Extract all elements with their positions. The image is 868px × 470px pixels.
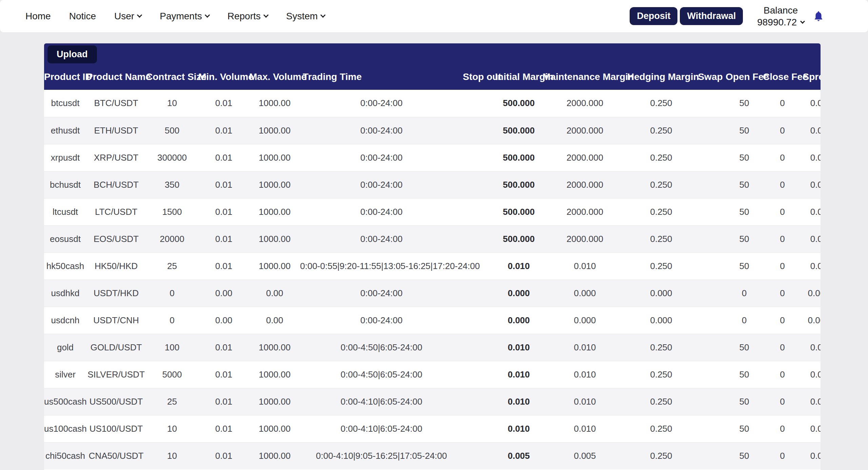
cell: 0.01: [198, 225, 249, 252]
cell: [463, 334, 495, 361]
cell: 0.01: [198, 361, 249, 388]
cell: 50: [726, 388, 763, 415]
balance-label: Balance: [764, 4, 798, 16]
cell: [463, 361, 495, 388]
cell: 0.250: [627, 442, 695, 469]
cell: [695, 198, 726, 225]
cell: GOLD/USDT: [86, 334, 146, 361]
cell: 0:00-24:00: [300, 144, 463, 171]
cell: US500/USDT: [86, 388, 146, 415]
cell: 0.005: [542, 442, 627, 469]
cell: 0:00-4:50|6:05-24:00: [300, 361, 463, 388]
cell: 1000.00: [249, 415, 300, 442]
cell: 1000.00: [249, 225, 300, 252]
cell: us100cash: [44, 415, 86, 442]
cell: 500.000: [495, 90, 542, 117]
cell: 0: [146, 280, 198, 307]
cell: 0:00-4:10|6:05-24:00: [300, 388, 463, 415]
cell: [695, 334, 726, 361]
cell: 2000.000: [542, 225, 627, 252]
cell: 0: [763, 90, 802, 117]
cell: LTC/USDT: [86, 198, 146, 225]
cell: US100/USDT: [86, 415, 146, 442]
table-row: chi50cashCNA50/USDT100.011000.000:00-4:1…: [44, 442, 821, 469]
cell: hk50cash: [44, 252, 86, 280]
balance-dropdown[interactable]: 98990.72: [757, 16, 804, 28]
cell: 0.01: [198, 252, 249, 280]
cell: 1000.00: [249, 171, 300, 198]
cell: 0: [763, 144, 802, 171]
cell: [463, 280, 495, 307]
cell: [695, 171, 726, 198]
cell: [695, 90, 726, 117]
cell: 0: [763, 361, 802, 388]
cell: 50: [726, 144, 763, 171]
nav-item-notice[interactable]: Notice: [69, 11, 96, 22]
nav-item-home[interactable]: Home: [25, 11, 51, 22]
notification-bell-icon[interactable]: [813, 10, 824, 22]
cell: us500cash: [44, 388, 86, 415]
cell: 50: [726, 334, 763, 361]
cell: [695, 280, 726, 307]
cell: ethusdt: [44, 117, 86, 144]
cell: 0:00-24:00: [300, 90, 463, 117]
cell: silver: [44, 361, 86, 388]
table-row: ltcusdtLTC/USDT15000.011000.000:00-24:00…: [44, 198, 821, 225]
cell: 500.000: [495, 117, 542, 144]
cell: HK50/HKD: [86, 252, 146, 280]
upload-button[interactable]: Upload: [47, 45, 97, 63]
cell: 2000.000: [542, 117, 627, 144]
cell: 1000.00: [249, 198, 300, 225]
cell: 0.00: [249, 307, 300, 334]
cell: 0.01: [198, 117, 249, 144]
cell: 0:00-0:55|9:20-11:55|13:05-16:25|17:20-2…: [300, 252, 463, 280]
cell: 0: [763, 198, 802, 225]
chevron-down-icon: [137, 13, 142, 18]
cell: 0.01: [198, 442, 249, 469]
cell: 0.250: [627, 198, 695, 225]
cell: bchusdt: [44, 171, 86, 198]
cell: USDT/CNH: [86, 307, 146, 334]
cell: 0.00: [802, 198, 821, 225]
nav-item-label: Reports: [228, 11, 261, 22]
cell: SILVER/USDT: [86, 361, 146, 388]
nav-item-payments[interactable]: Payments: [160, 11, 209, 22]
cell: [695, 307, 726, 334]
column-header-product-id: Product ID: [44, 64, 86, 90]
deposit-button[interactable]: Deposit: [630, 7, 677, 25]
cell: 500.000: [495, 198, 542, 225]
withdrawal-button[interactable]: Withdrawal: [680, 7, 743, 25]
cell: 0.01: [198, 334, 249, 361]
top-navbar: HomeNoticeUserPaymentsReportsSystem Depo…: [0, 0, 868, 32]
column-header-spread: Spread: [802, 64, 821, 90]
table-row: btcusdtBTC/USDT100.011000.000:00-24:0050…: [44, 90, 821, 117]
nav-item-user[interactable]: User: [114, 11, 141, 22]
cell: 0.010: [542, 361, 627, 388]
cell: BCH/USDT: [86, 171, 146, 198]
nav-item-label: Notice: [69, 11, 96, 22]
cell: 0.00: [198, 280, 249, 307]
cell: [695, 388, 726, 415]
table-row: xrpusdtXRP/USDT3000000.011000.000:00-24:…: [44, 144, 821, 171]
cell: 0:00-24:00: [300, 171, 463, 198]
nav-item-system[interactable]: System: [286, 11, 325, 22]
cell: BTC/USDT: [86, 90, 146, 117]
cell: 0.010: [495, 388, 542, 415]
cell: 1000.00: [249, 90, 300, 117]
cell: 0: [763, 225, 802, 252]
cell: 0:00-4:10|9:05-16:25|17:05-24:00: [300, 442, 463, 469]
cell: 0.250: [627, 388, 695, 415]
table-body: btcusdtBTC/USDT100.011000.000:00-24:0050…: [44, 90, 821, 469]
cell: 0.01: [198, 388, 249, 415]
cell: [695, 117, 726, 144]
column-header-hedging-margin: Hedging Margin: [627, 64, 695, 90]
products-table: Product IDProduct NameContract SizeMin. …: [44, 64, 821, 469]
cell: 500.000: [495, 144, 542, 171]
cell: [463, 90, 495, 117]
cell: usdhkd: [44, 280, 86, 307]
cell: 50: [726, 225, 763, 252]
nav-item-reports[interactable]: Reports: [228, 11, 268, 22]
cell: 0.250: [627, 252, 695, 280]
chevron-down-icon: [800, 19, 805, 24]
cell: 10: [146, 415, 198, 442]
